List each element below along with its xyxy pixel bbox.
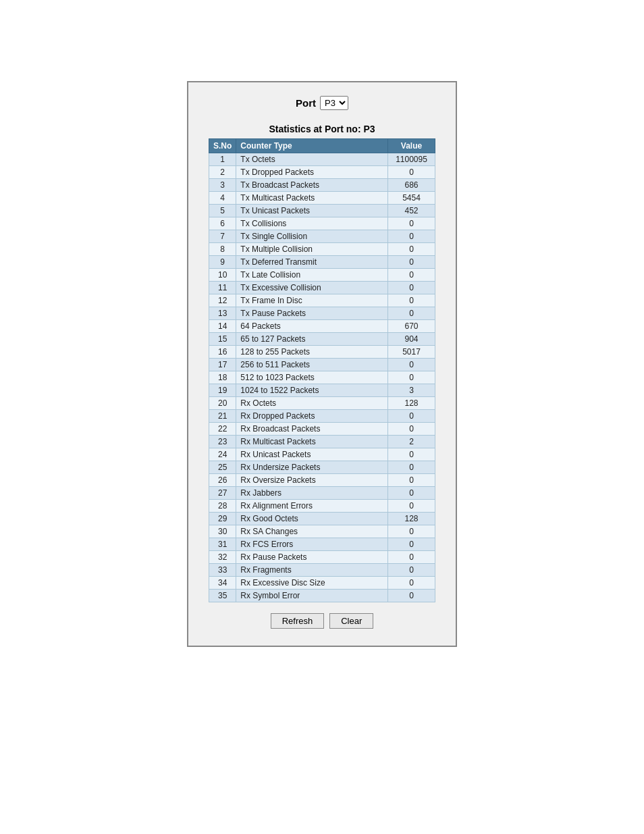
- button-row: Refresh Clear: [209, 613, 435, 629]
- table-row: 24 Rx Unicast Packets 0: [209, 448, 435, 461]
- table-row: 3 Tx Broadcast Packets 686: [209, 179, 435, 192]
- col-value: Value: [388, 139, 435, 153]
- cell-counter: Rx Good Octets: [236, 513, 388, 525]
- cell-sno: 24: [209, 448, 236, 461]
- cell-sno: 8: [209, 243, 236, 256]
- cell-value: 0: [388, 230, 435, 243]
- cell-value: 0: [388, 294, 435, 307]
- cell-value: 0: [388, 577, 435, 590]
- cell-counter: Rx Broadcast Packets: [236, 423, 388, 436]
- cell-counter: Tx Single Collision: [236, 230, 388, 243]
- table-row: 27 Rx Jabbers 0: [209, 487, 435, 500]
- cell-counter: 64 Packets: [236, 320, 388, 333]
- table-row: 15 65 to 127 Packets 904: [209, 333, 435, 346]
- cell-counter: Tx Frame In Disc: [236, 294, 388, 307]
- cell-sno: 18: [209, 371, 236, 384]
- cell-value: 0: [388, 474, 435, 487]
- main-panel: Port P1P2P3P4P5P6P7P8 Statistics at Port…: [187, 81, 457, 647]
- table-row: 11 Tx Excessive Collision 0: [209, 282, 435, 294]
- table-row: 22 Rx Broadcast Packets 0: [209, 423, 435, 436]
- cell-value: 5454: [388, 192, 435, 205]
- cell-counter: 256 to 511 Packets: [236, 359, 388, 371]
- cell-sno: 14: [209, 320, 236, 333]
- cell-sno: 9: [209, 256, 236, 269]
- cell-sno: 20: [209, 397, 236, 410]
- cell-sno: 22: [209, 423, 236, 436]
- cell-sno: 7: [209, 230, 236, 243]
- port-dropdown[interactable]: P1P2P3P4P5P6P7P8: [320, 96, 348, 110]
- cell-value: 904: [388, 333, 435, 346]
- cell-value: 0: [388, 423, 435, 436]
- cell-counter: Rx Dropped Packets: [236, 410, 388, 423]
- cell-sno: 19: [209, 384, 236, 397]
- cell-value: 0: [388, 461, 435, 474]
- cell-counter: Rx Undersize Packets: [236, 461, 388, 474]
- cell-value: 0: [388, 166, 435, 179]
- table-row: 19 1024 to 1522 Packets 3: [209, 384, 435, 397]
- table-row: 23 Rx Multicast Packets 2: [209, 436, 435, 448]
- cell-sno: 11: [209, 282, 236, 294]
- cell-sno: 23: [209, 436, 236, 448]
- cell-sno: 10: [209, 269, 236, 282]
- col-counter: Counter Type: [236, 139, 388, 153]
- cell-value: 0: [388, 538, 435, 551]
- table-row: 29 Rx Good Octets 128: [209, 513, 435, 525]
- cell-value: 686: [388, 179, 435, 192]
- table-row: 34 Rx Excessive Disc Size 0: [209, 577, 435, 590]
- cell-counter: Rx Fragments: [236, 564, 388, 577]
- cell-sno: 32: [209, 551, 236, 564]
- cell-sno: 26: [209, 474, 236, 487]
- cell-sno: 1: [209, 153, 236, 166]
- col-sno: S.No: [209, 139, 236, 153]
- cell-value: 452: [388, 205, 435, 217]
- table-row: 17 256 to 511 Packets 0: [209, 359, 435, 371]
- cell-value: 128: [388, 513, 435, 525]
- cell-counter: Rx Alignment Errors: [236, 500, 388, 513]
- cell-sno: 34: [209, 577, 236, 590]
- table-row: 25 Rx Undersize Packets 0: [209, 461, 435, 474]
- cell-value: 2: [388, 436, 435, 448]
- cell-value: 128: [388, 397, 435, 410]
- cell-sno: 5: [209, 205, 236, 217]
- cell-value: 670: [388, 320, 435, 333]
- cell-counter: Tx Multiple Collision: [236, 243, 388, 256]
- table-row: 12 Tx Frame In Disc 0: [209, 294, 435, 307]
- table-row: 32 Rx Pause Packets 0: [209, 551, 435, 564]
- table-row: 10 Tx Late Collision 0: [209, 269, 435, 282]
- port-label: Port: [296, 97, 316, 109]
- cell-counter: Tx Late Collision: [236, 269, 388, 282]
- cell-value: 0: [388, 269, 435, 282]
- cell-counter: Tx Deferred Transmit: [236, 256, 388, 269]
- cell-value: 0: [388, 448, 435, 461]
- cell-sno: 27: [209, 487, 236, 500]
- cell-value: 0: [388, 590, 435, 602]
- cell-counter: 128 to 255 Packets: [236, 346, 388, 359]
- cell-counter: Tx Dropped Packets: [236, 166, 388, 179]
- refresh-button[interactable]: Refresh: [271, 613, 325, 629]
- cell-counter: Rx Jabbers: [236, 487, 388, 500]
- cell-counter: 1024 to 1522 Packets: [236, 384, 388, 397]
- cell-value: 0: [388, 487, 435, 500]
- cell-counter: Tx Excessive Collision: [236, 282, 388, 294]
- cell-sno: 29: [209, 513, 236, 525]
- cell-counter: Rx Unicast Packets: [236, 448, 388, 461]
- table-row: 2 Tx Dropped Packets 0: [209, 166, 435, 179]
- table-row: 4 Tx Multicast Packets 5454: [209, 192, 435, 205]
- table-row: 9 Tx Deferred Transmit 0: [209, 256, 435, 269]
- table-row: 30 Rx SA Changes 0: [209, 525, 435, 538]
- cell-value: 0: [388, 256, 435, 269]
- cell-sno: 31: [209, 538, 236, 551]
- cell-sno: 6: [209, 217, 236, 230]
- cell-sno: 3: [209, 179, 236, 192]
- table-row: 21 Rx Dropped Packets 0: [209, 410, 435, 423]
- table-row: 20 Rx Octets 128: [209, 397, 435, 410]
- cell-value: 0: [388, 500, 435, 513]
- cell-counter: Rx Multicast Packets: [236, 436, 388, 448]
- cell-counter: Tx Collisions: [236, 217, 388, 230]
- cell-sno: 2: [209, 166, 236, 179]
- clear-button[interactable]: Clear: [329, 613, 373, 629]
- cell-value: 0: [388, 525, 435, 538]
- table-row: 26 Rx Oversize Packets 0: [209, 474, 435, 487]
- table-row: 1 Tx Octets 1100095: [209, 153, 435, 166]
- cell-counter: 65 to 127 Packets: [236, 333, 388, 346]
